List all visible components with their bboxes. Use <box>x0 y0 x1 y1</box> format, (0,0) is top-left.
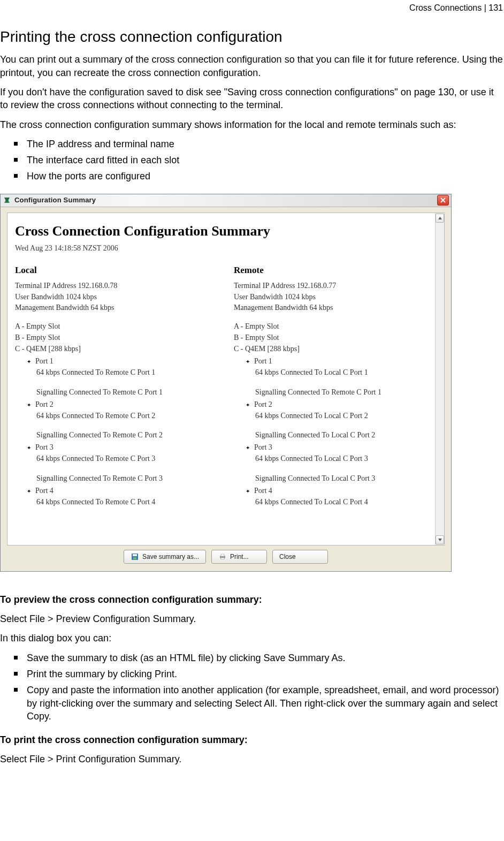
port-item: Port 2 <box>247 400 437 410</box>
app-icon <box>3 196 11 204</box>
close-dialog-button[interactable]: Close <box>272 550 328 564</box>
port-item: Port 3 <box>247 443 437 453</box>
port-line: Signalling Connected To Remote C Port 3 <box>36 474 218 484</box>
remote-mgmt-bandwidth: Management Bandwidth 64 kbps <box>234 303 437 313</box>
svg-rect-1 <box>133 554 137 556</box>
local-terminal-block: Local Terminal IP Address 192.168.0.78 U… <box>15 264 218 512</box>
port-item: Port 1 <box>247 357 437 367</box>
chevron-up-icon <box>438 217 442 219</box>
dialog-button-row: Save summary as... Print... Close <box>7 550 445 564</box>
page-header: Cross Connections | 131 <box>0 2 504 14</box>
close-button[interactable] <box>437 195 449 206</box>
remote-heading: Remote <box>234 264 437 277</box>
remote-slot: B - Empty Slot <box>234 333 437 343</box>
save-summary-label: Save summary as... <box>142 552 199 561</box>
chevron-down-icon <box>438 539 442 541</box>
remote-slot: A - Empty Slot <box>234 322 437 332</box>
port-line: 64 kbps Connected To Remote C Port 3 <box>36 454 218 464</box>
info-bullet: How the ports are configured <box>14 170 504 183</box>
port-line: 64 kbps Connected To Local C Port 1 <box>255 368 437 378</box>
scroll-track[interactable] <box>436 223 444 535</box>
local-heading: Local <box>15 264 218 277</box>
preview-bullet: Copy and paste the information into anot… <box>14 684 504 723</box>
close-label: Close <box>279 552 296 561</box>
doc-date: Wed Aug 23 14:18:58 NZST 2006 <box>15 244 437 254</box>
port-line: 64 kbps Connected To Local C Port 3 <box>255 454 437 464</box>
local-user-bandwidth: User Bandwidth 1024 kbps <box>15 292 218 302</box>
vertical-scrollbar[interactable] <box>435 213 444 545</box>
preview-bullet: Print the summary by clicking Print. <box>14 668 504 680</box>
local-slot: B - Empty Slot <box>15 333 218 343</box>
port-line: 64 kbps Connected To Local C Port 2 <box>255 411 437 421</box>
window-title: Configuration Summary <box>14 195 96 205</box>
doc-title: Cross Connection Configuration Summary <box>15 222 437 240</box>
config-summary-window: Configuration Summary Cross Connection C… <box>0 194 452 572</box>
scroll-down-button[interactable] <box>436 535 444 544</box>
close-icon <box>440 198 446 203</box>
port-line: Signalling Connected To Remote C Port 1 <box>255 388 437 398</box>
port-line: 64 kbps Connected To Remote C Port 2 <box>36 411 218 421</box>
preview-intro: In this dialog box you can: <box>0 632 504 645</box>
info-bullet: The IP address and terminal name <box>14 138 504 150</box>
local-slot: A - Empty Slot <box>15 322 218 332</box>
save-summary-button[interactable]: Save summary as... <box>124 550 206 564</box>
preview-step: Select File > Preview Configuration Summ… <box>0 612 504 625</box>
summary-document-frame: Cross Connection Configuration Summary W… <box>7 213 445 545</box>
summary-document[interactable]: Cross Connection Configuration Summary W… <box>7 213 444 517</box>
remote-terminal-block: Remote Terminal IP Address 192.168.0.77 … <box>234 264 437 512</box>
print-label: Print... <box>230 552 249 561</box>
info-bullet: The interface card fitted in each slot <box>14 154 504 166</box>
print-icon <box>218 552 227 561</box>
remote-user-bandwidth: User Bandwidth 1024 kbps <box>234 292 437 302</box>
local-slot: C - Q4EM [288 kbps] <box>15 344 218 354</box>
info-bullet-list: The IP address and terminal name The int… <box>0 138 504 183</box>
print-step: Select File > Print Configuration Summar… <box>0 753 504 766</box>
window-titlebar[interactable]: Configuration Summary <box>1 194 451 207</box>
port-item: Port 2 <box>28 400 218 410</box>
port-line: 64 kbps Connected To Remote C Port 1 <box>36 368 218 378</box>
port-line: Signalling Connected To Remote C Port 1 <box>36 388 218 398</box>
port-line: Signalling Connected To Local C Port 2 <box>255 430 437 441</box>
print-button[interactable]: Print... <box>211 550 267 564</box>
port-line: 64 kbps Connected To Local C Port 4 <box>255 497 437 507</box>
svg-rect-5 <box>221 558 224 559</box>
svg-rect-2 <box>133 557 136 559</box>
remote-slot: C - Q4EM [288 kbps] <box>234 344 437 354</box>
port-item: Port 4 <box>28 486 218 496</box>
intro-paragraph-3: The cross connection configuration summa… <box>0 118 504 131</box>
port-line: Signalling Connected To Local C Port 3 <box>255 474 437 484</box>
intro-paragraph-1: You can print out a summary of the cross… <box>0 53 504 79</box>
local-ip: Terminal IP Address 192.168.0.78 <box>15 281 218 291</box>
preview-bullet-list: Save the summary to disk (as an HTML fil… <box>0 651 504 723</box>
svg-rect-4 <box>221 554 224 556</box>
port-line: 64 kbps Connected To Remote C Port 4 <box>36 497 218 507</box>
intro-paragraph-2: If you don't have the configuration save… <box>0 86 504 112</box>
section-title: Printing the cross connection configurat… <box>0 27 504 47</box>
port-line: Signalling Connected To Remote C Port 2 <box>36 430 218 441</box>
local-mgmt-bandwidth: Management Bandwidth 64 kbps <box>15 303 218 313</box>
remote-ip: Terminal IP Address 192.168.0.77 <box>234 281 437 291</box>
save-icon <box>131 552 139 561</box>
port-item: Port 3 <box>28 443 218 453</box>
port-item: Port 4 <box>247 486 437 496</box>
preview-bullet: Save the summary to disk (as an HTML fil… <box>14 651 504 664</box>
scroll-up-button[interactable] <box>436 214 444 223</box>
port-item: Port 1 <box>28 357 218 367</box>
print-heading: To print the cross connection configurat… <box>0 733 504 746</box>
preview-heading: To preview the cross connection configur… <box>0 593 504 606</box>
